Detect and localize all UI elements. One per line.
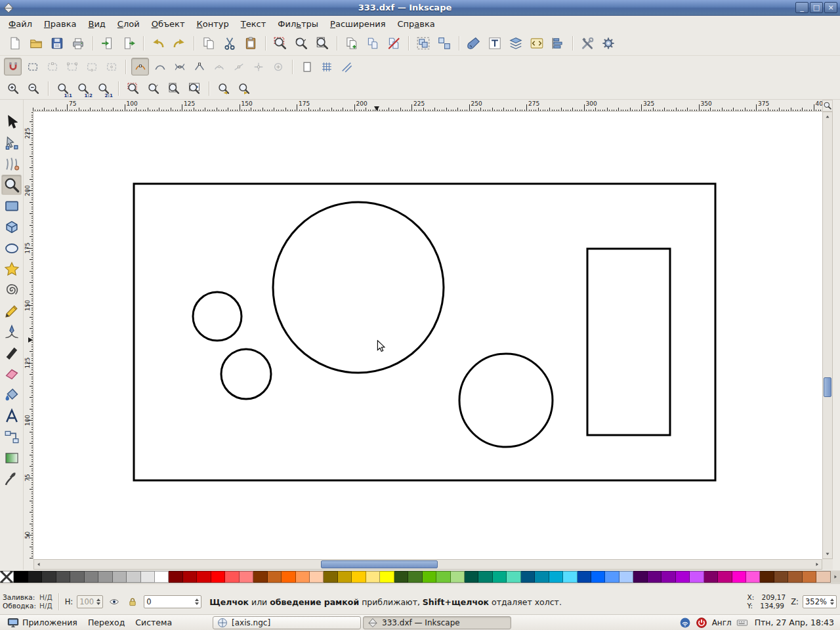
menu-file[interactable]: Файл	[3, 17, 38, 31]
menu-applications[interactable]: Приложения	[2, 616, 83, 630]
palette-swatch[interactable]	[85, 571, 98, 583]
snap-rotation-centers-button[interactable]	[269, 58, 287, 75]
xml-editor-button[interactable]	[527, 33, 547, 53]
palette-swatch[interactable]	[704, 571, 718, 583]
palette-swatch[interactable]	[141, 571, 155, 583]
titlebar[interactable]: 333.dxf — Inkscape _□×	[0, 0, 840, 16]
palette-swatch[interactable]	[746, 571, 760, 583]
clock[interactable]: Птн, 27 Апр, 18:43	[753, 618, 836, 627]
tool-gradient-button[interactable]	[1, 448, 22, 468]
fill-stroke-dialog-button[interactable]	[464, 33, 484, 53]
horizontal-scroll-thumb[interactable]	[321, 560, 438, 568]
layers-dialog-button[interactable]	[506, 33, 526, 53]
palette-swatch[interactable]	[662, 571, 675, 583]
tool-calligraphy-button[interactable]	[1, 343, 22, 363]
palette-swatch[interactable]	[268, 571, 282, 583]
menu-filters[interactable]: Фильтры	[272, 17, 324, 31]
snap-bbox-centers-button[interactable]	[102, 58, 120, 75]
snap-bbox-button[interactable]	[24, 58, 41, 75]
palette-swatch[interactable]	[718, 571, 732, 583]
shape-circle[interactable]	[273, 202, 444, 373]
spinner-arrows[interactable]	[830, 598, 834, 605]
tool-connector-button[interactable]	[1, 427, 22, 447]
palette-swatch[interactable]	[690, 571, 704, 583]
taskbar-axis-button[interactable]: [axis.ngc]	[213, 616, 361, 629]
palette-swatch[interactable]	[282, 571, 295, 583]
zoom-to-selection-button[interactable]	[270, 33, 290, 53]
palette-swatch[interactable]	[225, 571, 239, 583]
snap-page-border-button[interactable]	[298, 58, 316, 75]
tool-dropper-button[interactable]	[1, 469, 22, 489]
zoom-1-2-button[interactable]: 1:2	[74, 79, 93, 98]
palette-swatch[interactable]	[338, 571, 352, 583]
palette-swatch[interactable]	[352, 571, 366, 583]
palette-swatch[interactable]	[774, 571, 788, 583]
zoom-in-button[interactable]	[4, 79, 22, 98]
zoom-to-page-button[interactable]	[312, 33, 332, 53]
tool-tweak-button[interactable]	[1, 154, 22, 174]
tool-text-button[interactable]	[1, 406, 22, 426]
window-maximize-button[interactable]: □	[810, 2, 823, 13]
tool-zoom-button[interactable]	[1, 175, 22, 195]
menu-system[interactable]: Система	[130, 616, 177, 629]
window-minimize-button[interactable]: _	[795, 2, 808, 13]
palette-swatch[interactable]	[240, 571, 253, 583]
layer-lock-button[interactable]	[125, 595, 140, 609]
new-document-button[interactable]	[5, 33, 25, 53]
shutdown-tray-icon[interactable]	[696, 617, 707, 629]
tool-paint-bucket-button[interactable]	[1, 385, 22, 405]
palette-swatch[interactable]	[394, 571, 408, 583]
palette-swatch[interactable]	[0, 571, 14, 583]
palette-swatch[interactable]	[197, 571, 211, 583]
ruler-corner-zoom-button[interactable]	[822, 100, 833, 112]
snap-object-centers-button[interactable]	[249, 58, 267, 75]
snap-line-midpoints-button[interactable]	[230, 58, 247, 75]
window-close-button[interactable]: ×	[824, 2, 837, 13]
palette-swatch[interactable]	[113, 571, 127, 583]
horizontal-scrollbar[interactable]	[33, 559, 822, 570]
group-button[interactable]	[413, 33, 433, 53]
tool-spiral-button[interactable]	[1, 280, 22, 300]
undo-button[interactable]	[148, 33, 168, 53]
horizontal-ruler[interactable]: 7510012515017520022525027530032535037540…	[33, 100, 822, 112]
palette-swatch[interactable]	[563, 571, 577, 583]
palette-swatch[interactable]	[549, 571, 563, 583]
palette-swatch[interactable]	[253, 571, 267, 583]
snap-nodes-button[interactable]	[131, 58, 149, 75]
snap-guides-button[interactable]	[337, 58, 355, 75]
keyboard-layout-indicator[interactable]: Англ	[712, 618, 732, 627]
palette-swatch[interactable]	[127, 571, 140, 583]
menu-path[interactable]: Контур	[191, 17, 235, 31]
zoom-drawing-button[interactable]	[144, 79, 163, 98]
import-document-button[interactable]	[98, 33, 117, 53]
shape-circle[interactable]	[221, 349, 271, 399]
menu-help[interactable]: Справка	[391, 17, 440, 31]
export-document-button[interactable]	[119, 33, 138, 53]
horizontal-scroll-track[interactable]	[43, 560, 812, 569]
text-dialog-button[interactable]	[485, 33, 505, 53]
menu-places[interactable]: Переход	[83, 616, 130, 629]
fill-stroke-indicator[interactable]: Заливка:Н/Д Обводка:Н/Д	[3, 593, 52, 610]
palette-swatch[interactable]	[507, 571, 520, 583]
scroll-right-button[interactable]	[812, 560, 822, 569]
palette-swatch[interactable]	[324, 571, 337, 583]
opacity-spinbox[interactable]: 100	[77, 595, 103, 608]
snap-cusp-nodes-button[interactable]	[190, 58, 208, 75]
palette-swatch[interactable]	[436, 571, 450, 583]
spinner-arrows[interactable]	[195, 598, 199, 605]
palette-swatch[interactable]	[591, 571, 605, 583]
scroll-up-button[interactable]	[823, 112, 832, 121]
save-document-button[interactable]	[47, 33, 67, 53]
redo-button[interactable]	[169, 33, 189, 53]
tool-star-button[interactable]	[1, 259, 22, 279]
tool-eraser-button[interactable]	[1, 364, 22, 384]
vertical-ruler[interactable]: 2252001751501251007550	[24, 112, 33, 559]
tool-selector-button[interactable]	[1, 112, 22, 132]
palette-swatch[interactable]	[493, 571, 507, 583]
open-document-button[interactable]	[26, 33, 46, 53]
palette-swatch[interactable]	[366, 571, 380, 583]
palette-swatch[interactable]	[423, 571, 436, 583]
shape-rect[interactable]	[587, 249, 670, 435]
zoom-next-button[interactable]	[235, 79, 253, 98]
snap-bbox-corners-button[interactable]	[63, 58, 81, 75]
